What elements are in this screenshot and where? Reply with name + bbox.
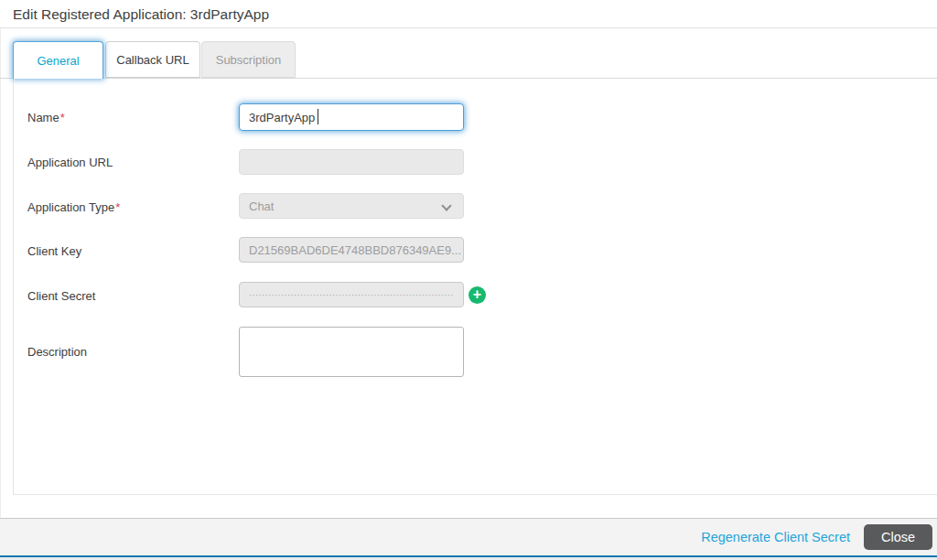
client-secret-label: Client Secret <box>27 289 95 303</box>
application-type-label: Application Type* <box>27 200 120 214</box>
client-secret-masked-value: ········································… <box>249 283 454 307</box>
tab-bar: General Callback URL Subscription <box>13 41 296 79</box>
application-type-select: Chat <box>239 193 464 219</box>
close-button[interactable]: Close <box>864 524 932 550</box>
dialog-left-border <box>0 28 1 555</box>
name-label: Name* <box>27 111 65 124</box>
application-url-label: Application URL <box>27 156 113 169</box>
dialog-footer: Regenerate Client Secret Close <box>0 518 937 555</box>
tab-callback-url-label: Callback URL <box>116 53 188 67</box>
description-textarea[interactable] <box>239 327 464 377</box>
chevron-down-icon <box>441 200 451 210</box>
client-key-input: D21569BAD6DE4748BBD876349AE9... <box>239 237 464 263</box>
tab-panel-bottom-border <box>13 494 937 495</box>
tab-general[interactable]: General <box>13 41 103 79</box>
text-caret <box>318 109 318 124</box>
application-type-value: Chat <box>249 199 274 213</box>
title-divider <box>0 27 937 28</box>
required-asterisk: * <box>115 200 120 214</box>
tab-callback-url[interactable]: Callback URL <box>105 41 200 78</box>
tab-subscription-label: Subscription <box>216 53 282 67</box>
tab-panel-left-border <box>13 79 14 494</box>
client-secret-input: ········································… <box>239 282 464 307</box>
page-title: Edit Registered Application: 3rdPartyApp <box>13 6 269 23</box>
name-input[interactable] <box>239 103 464 131</box>
required-asterisk: * <box>60 111 65 124</box>
application-url-input <box>239 149 464 175</box>
plus-icon[interactable]: + <box>468 286 486 304</box>
edit-registered-application-dialog: Edit Registered Application: 3rdPartyApp… <box>0 0 937 560</box>
tab-subscription: Subscription <box>201 41 296 78</box>
regenerate-client-secret-link[interactable]: Regenerate Client Secret <box>701 530 850 544</box>
client-key-label: Client Key <box>27 244 81 258</box>
description-label: Description <box>27 345 87 359</box>
client-key-value: D21569BAD6DE4748BBD876349AE9... <box>249 243 461 257</box>
tab-general-label: General <box>37 54 79 68</box>
